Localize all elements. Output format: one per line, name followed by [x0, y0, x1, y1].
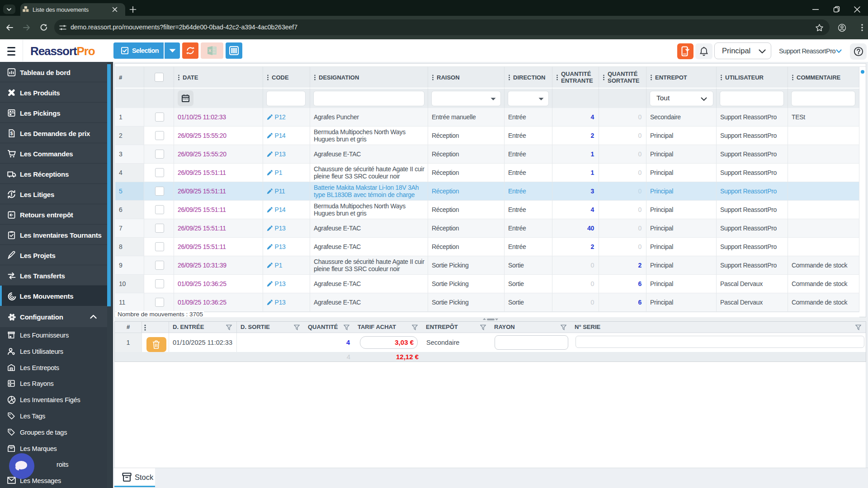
svg-text:$: $ [10, 131, 13, 136]
